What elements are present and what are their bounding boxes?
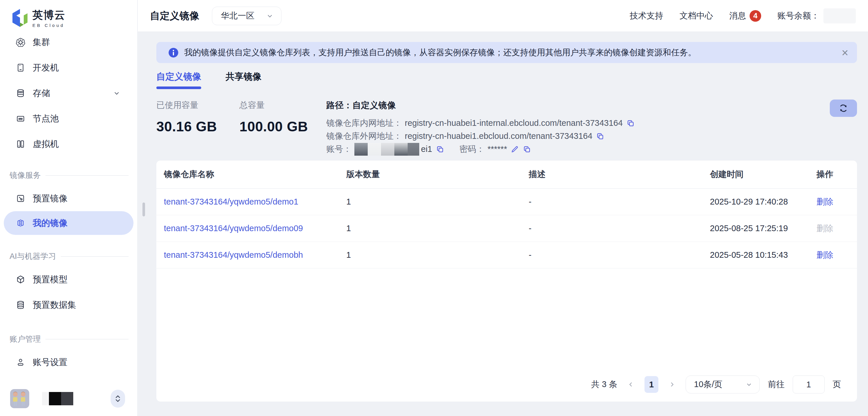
pagination: 共 3 条 1 10条/页 前往 页 [156, 373, 857, 402]
my-image-icon [16, 218, 25, 228]
page-size-value: 10条/页 [694, 379, 722, 390]
sidebar-item-dev-machine[interactable]: 开发机 [0, 55, 137, 80]
password-masked: ****** [488, 144, 507, 154]
chevron-down-icon [746, 381, 752, 388]
total-capacity: 总容量 100.00 GB [240, 100, 326, 155]
description: - [529, 223, 710, 233]
goto-page-input[interactable] [793, 376, 825, 393]
copy-icon[interactable] [596, 132, 604, 141]
registry-internal-line: 镜像仓库内网地址： registry-cn-huabei1-internal.e… [326, 116, 635, 130]
brand-name: 英博云 [32, 8, 65, 22]
col-header-versions: 版本数量 [346, 169, 529, 180]
description: - [529, 250, 710, 260]
registry-internal-url: registry-cn-huabei1-internal.ebcloud.com… [405, 118, 623, 128]
messages-link[interactable]: 消息 4 [729, 10, 761, 22]
user-switcher-button[interactable] [111, 390, 125, 408]
brand-logo-icon [11, 9, 28, 27]
user-menu[interactable] [0, 389, 137, 409]
sidebar-item-preset-datasets[interactable]: 预置数据集 [0, 292, 137, 318]
repo-link[interactable]: tenant-37343164/yqwdemo5/demo1 [164, 197, 298, 206]
table-row: tenant-37343164/yqwdemo5/demobh 1 - 2025… [156, 242, 857, 269]
sidebar-section-ai-ml: AI与机器学习 [9, 250, 137, 262]
account-settings-icon [16, 357, 25, 367]
storage-icon [16, 89, 25, 98]
goto-label: 前往 [768, 379, 785, 390]
col-header-action: 操作 [816, 169, 849, 180]
balance-redacted [824, 8, 856, 24]
description: - [529, 197, 710, 207]
docs-link[interactable]: 文档中心 [680, 10, 713, 22]
table-row: tenant-37343164/yqwdemo5/demo1 1 - 2025-… [156, 188, 857, 215]
tab-shared-images[interactable]: 共享镜像 [225, 71, 261, 89]
stats-row: 已使用容量 30.16 GB 总容量 100.00 GB 路径：自定义镜像 镜像… [156, 100, 857, 155]
sidebar-item-vm[interactable]: 虚拟机 [0, 131, 137, 157]
page-title: 自定义镜像 [150, 9, 199, 23]
brand-logo[interactable]: 英博云 EB Cloud [0, 0, 137, 29]
prev-page-icon[interactable] [625, 381, 637, 388]
sidebar-item-label: 开发机 [33, 62, 59, 74]
vm-icon [16, 139, 25, 149]
sidebar-item-label: 虚拟机 [33, 138, 59, 150]
close-icon[interactable]: × [842, 47, 848, 59]
version-count: 1 [346, 197, 529, 207]
total-capacity-value: 100.00 GB [240, 118, 326, 135]
messages-badge: 4 [750, 10, 761, 22]
sidebar-item-node-pool[interactable]: 节点池 [0, 106, 137, 131]
created-time: 2025-08-25 17:25:19 [710, 223, 816, 233]
edit-password-icon[interactable] [510, 145, 519, 153]
sidebar-item-preset-images[interactable]: 预置镜像 [0, 186, 137, 211]
region-select[interactable]: 华北一区 [212, 7, 281, 25]
main-content: 我的镜像提供自定义镜像仓库列表，支持用户推送自己的镜像，从容器实例保存镜像；还支… [138, 32, 868, 416]
sidebar-item-label: 预置模型 [33, 274, 67, 285]
sidebar: 英博云 EB Cloud 集群 开发机 [0, 0, 137, 416]
delete-button[interactable]: 删除 [816, 223, 833, 233]
avatar [10, 389, 29, 408]
version-count: 1 [346, 223, 529, 233]
copy-icon[interactable] [523, 145, 531, 153]
sidebar-item-label: 存储 [33, 88, 50, 99]
info-banner: 我的镜像提供自定义镜像仓库列表，支持用户推送自己的镜像，从容器实例保存镜像；还支… [156, 42, 857, 63]
sidebar-item-label: 预置数据集 [33, 299, 76, 311]
repo-link[interactable]: tenant-37343164/yqwdemo5/demo09 [164, 223, 303, 233]
refresh-icon [838, 103, 849, 114]
tab-custom-images[interactable]: 自定义镜像 [156, 71, 201, 89]
sidebar-item-cluster[interactable]: 集群 [0, 30, 137, 55]
sidebar-item-label: 预置镜像 [33, 193, 67, 205]
sidebar-item-label: 账号设置 [33, 356, 67, 368]
current-page[interactable]: 1 [645, 376, 658, 393]
scrollbar-thumb[interactable] [143, 203, 145, 216]
version-count: 1 [346, 250, 529, 260]
sidebar-item-account-settings[interactable]: 账号设置 [0, 349, 137, 375]
copy-icon[interactable] [626, 119, 635, 128]
copy-icon[interactable] [436, 145, 444, 153]
topbar: 自定义镜像 华北一区 技术支持 文档中心 消息 4 账号余额： [138, 0, 868, 32]
page-size-select[interactable]: 10条/页 [686, 376, 760, 393]
sidebar-item-label: 集群 [33, 36, 50, 48]
registry-account-line: 账号： ei1 密码： ****** [326, 143, 635, 155]
support-link[interactable]: 技术支持 [630, 10, 663, 22]
next-page-icon[interactable] [666, 381, 678, 388]
username-redacted [42, 392, 73, 405]
delete-button[interactable]: 删除 [816, 197, 833, 206]
info-icon [168, 47, 179, 58]
chevron-down-icon[interactable] [113, 90, 120, 97]
account-balance: 账号余额： [777, 8, 856, 24]
account-visible-tail: ei1 [421, 144, 432, 154]
sidebar-item-my-images[interactable]: 我的镜像 [4, 211, 133, 235]
registry-info: 路径：自定义镜像 镜像仓库内网地址： registry-cn-huabei1-i… [326, 100, 635, 155]
refresh-button[interactable] [830, 100, 857, 117]
chevron-down-icon [266, 12, 274, 20]
brand-subtitle: EB Cloud [32, 23, 65, 28]
delete-button[interactable]: 删除 [816, 250, 833, 259]
image-table-card: 镜像仓库名称 版本数量 描述 创建时间 操作 tenant-37343164/y… [156, 161, 857, 402]
repo-link[interactable]: tenant-37343164/yqwdemo5/demobh [164, 250, 303, 259]
sidebar-item-preset-models[interactable]: 预置模型 [0, 267, 137, 292]
preset-dataset-icon [16, 300, 25, 310]
col-header-desc: 描述 [529, 169, 710, 180]
sidebar-item-storage[interactable]: 存储 [0, 80, 137, 106]
sidebar-section-account: 账户管理 [9, 333, 137, 345]
preset-model-icon [16, 275, 25, 284]
sidebar-section-image-service: 镜像服务 [9, 170, 137, 181]
used-capacity: 已使用容量 30.16 GB [156, 100, 240, 155]
account-redacted [354, 143, 419, 155]
